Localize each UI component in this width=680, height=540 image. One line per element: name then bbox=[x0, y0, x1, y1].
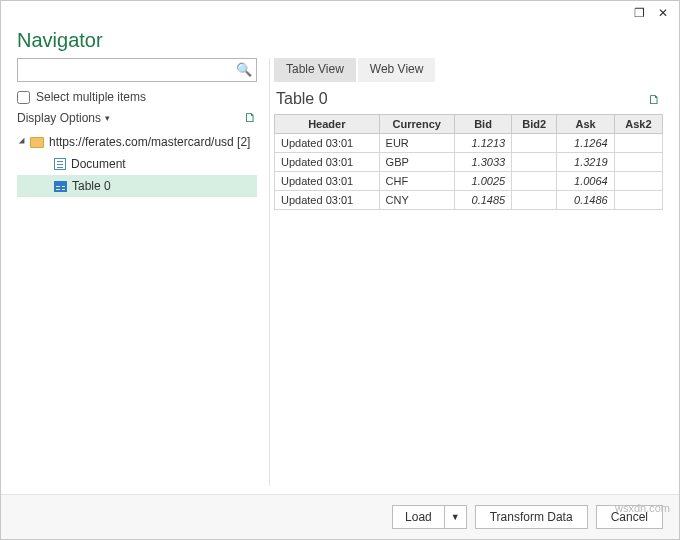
load-label: Load bbox=[393, 506, 445, 528]
cell: 1.1264 bbox=[557, 134, 614, 153]
display-options-dropdown[interactable]: Display Options ▾ bbox=[17, 111, 110, 125]
table-row[interactable]: Updated 03:01 CNY 0.1485 0.1486 bbox=[275, 191, 663, 210]
cell: 1.3033 bbox=[454, 153, 511, 172]
close-icon[interactable]: ✕ bbox=[651, 3, 675, 23]
tree-item-table0[interactable]: Table 0 bbox=[17, 175, 257, 197]
cell: CNY bbox=[379, 191, 454, 210]
cell bbox=[614, 191, 662, 210]
tab-table-view[interactable]: Table View bbox=[274, 58, 356, 82]
preview-title: Table 0 bbox=[276, 90, 328, 108]
preview-table: Header Currency Bid Bid2 Ask Ask2 Update… bbox=[274, 114, 663, 210]
refresh-icon[interactable]: 🗋 bbox=[244, 110, 257, 125]
view-tabs: Table View Web View bbox=[274, 58, 663, 82]
cell bbox=[512, 153, 557, 172]
load-button[interactable]: Load ▼ bbox=[392, 505, 467, 529]
table-body: Updated 03:01 EUR 1.1213 1.1264 Updated … bbox=[275, 134, 663, 210]
table-icon bbox=[54, 181, 67, 192]
page-title: Navigator bbox=[1, 25, 679, 58]
cell: CHF bbox=[379, 172, 454, 191]
col-header[interactable]: Currency bbox=[379, 115, 454, 134]
tree-item-label: Document bbox=[71, 157, 126, 171]
cell: 1.1213 bbox=[454, 134, 511, 153]
col-header[interactable]: Header bbox=[275, 115, 380, 134]
folder-icon bbox=[30, 137, 44, 148]
cell: Updated 03:01 bbox=[275, 191, 380, 210]
cell bbox=[512, 172, 557, 191]
cancel-button[interactable]: Cancel bbox=[596, 505, 663, 529]
tree-root-label: https://ferates.com/mastercard/usd [2] bbox=[49, 135, 250, 149]
table-row[interactable]: Updated 03:01 EUR 1.1213 1.1264 bbox=[275, 134, 663, 153]
transform-data-button[interactable]: Transform Data bbox=[475, 505, 588, 529]
tree-root[interactable]: https://ferates.com/mastercard/usd [2] bbox=[17, 131, 257, 153]
tree-item-label: Table 0 bbox=[72, 179, 111, 193]
select-multiple-checkbox[interactable] bbox=[17, 91, 30, 104]
tree-item-document[interactable]: Document bbox=[17, 153, 257, 175]
cell bbox=[614, 153, 662, 172]
expand-icon[interactable] bbox=[19, 138, 27, 146]
document-icon bbox=[54, 158, 66, 170]
col-header[interactable]: Bid2 bbox=[512, 115, 557, 134]
cell bbox=[614, 134, 662, 153]
chevron-down-icon[interactable]: ▼ bbox=[445, 506, 466, 528]
cell: 1.0025 bbox=[454, 172, 511, 191]
footer: Load ▼ Transform Data Cancel bbox=[1, 494, 679, 539]
left-pane: 🔍 Select multiple items Display Options … bbox=[17, 58, 257, 486]
cell: Updated 03:01 bbox=[275, 153, 380, 172]
cell: EUR bbox=[379, 134, 454, 153]
table-row[interactable]: Updated 03:01 GBP 1.3033 1.3219 bbox=[275, 153, 663, 172]
cell: 0.1485 bbox=[454, 191, 511, 210]
cell bbox=[614, 172, 662, 191]
search-input[interactable] bbox=[17, 58, 257, 82]
cell: Updated 03:01 bbox=[275, 134, 380, 153]
col-header[interactable]: Bid bbox=[454, 115, 511, 134]
cell: Updated 03:01 bbox=[275, 172, 380, 191]
cell: 0.1486 bbox=[557, 191, 614, 210]
preview-options-icon[interactable]: 🗋 bbox=[648, 92, 661, 107]
tab-web-view[interactable]: Web View bbox=[358, 58, 436, 82]
select-multiple-label: Select multiple items bbox=[36, 90, 146, 104]
select-multiple-row[interactable]: Select multiple items bbox=[17, 90, 257, 104]
nav-tree: https://ferates.com/mastercard/usd [2] D… bbox=[17, 131, 257, 197]
restore-icon[interactable]: ❐ bbox=[627, 3, 651, 23]
cell bbox=[512, 191, 557, 210]
table-header-row: Header Currency Bid Bid2 Ask Ask2 bbox=[275, 115, 663, 134]
display-options-label: Display Options bbox=[17, 111, 101, 125]
titlebar: ❐ ✕ bbox=[1, 1, 679, 25]
cell: 1.3219 bbox=[557, 153, 614, 172]
col-header[interactable]: Ask bbox=[557, 115, 614, 134]
right-pane: Table View Web View Table 0 🗋 Header Cur… bbox=[269, 58, 663, 486]
cell bbox=[512, 134, 557, 153]
table-row[interactable]: Updated 03:01 CHF 1.0025 1.0064 bbox=[275, 172, 663, 191]
col-header[interactable]: Ask2 bbox=[614, 115, 662, 134]
cell: 1.0064 bbox=[557, 172, 614, 191]
cell: GBP bbox=[379, 153, 454, 172]
chevron-down-icon: ▾ bbox=[105, 113, 110, 123]
